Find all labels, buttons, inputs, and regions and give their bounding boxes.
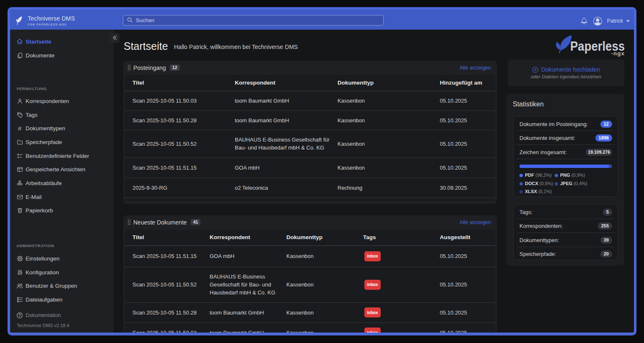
svg-text:-ngx: -ngx (611, 50, 625, 57)
